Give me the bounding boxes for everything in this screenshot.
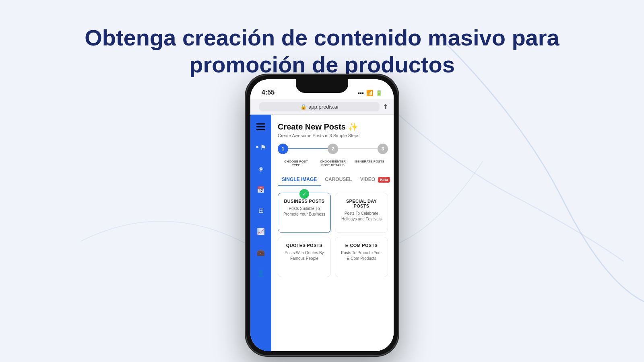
sidebar-icon-chart[interactable]: 📈	[255, 226, 266, 237]
stepper: 1 2 3	[278, 144, 388, 154]
step-line-2	[338, 148, 378, 149]
sidebar-icon-menu[interactable]	[255, 121, 266, 132]
page-title: Create New Posts ✨	[278, 122, 388, 132]
app-body: ⚑ ◈ 📅 ⊞ 📈 💼	[250, 115, 394, 351]
step-3-circle: 3	[378, 144, 388, 154]
sidebar-icon-bag[interactable]: 💼	[255, 247, 266, 258]
step-2-circle: 2	[328, 144, 338, 154]
svg-rect-2	[256, 129, 265, 130]
svg-rect-0	[256, 123, 265, 125]
phone-frame: 4:55 ▪▪▪ 📶 🔋 🔒 app.predis.ai ⬆	[246, 74, 398, 356]
card-quotes-desc: Posts With Quotes By Famous People	[282, 250, 326, 261]
main-headline: Obtenga creación de contenido masivo par…	[0, 24, 644, 78]
phone-mockup: 4:55 ▪▪▪ 📶 🔋 🔒 app.predis.ai ⬆	[246, 74, 398, 356]
step-line-1	[288, 148, 328, 149]
status-time: 4:55	[262, 89, 275, 96]
card-quotes-title: QUOTES POSTS	[282, 243, 326, 248]
step-1-label: CHOOSE POSTTYPE	[278, 160, 314, 167]
sidebar: ⚑ ◈ 📅 ⊞ 📈 💼	[250, 115, 271, 351]
card-ecom-desc: Posts To Promote Your E-Com Products	[339, 250, 384, 261]
stepper-labels: CHOOSE POSTTYPE CHOOSE/ENTERPOST DETAILS…	[278, 160, 388, 167]
step-3-label: GENERATE POSTS	[351, 160, 388, 167]
card-business-title: BUSINESS POSTS	[282, 199, 326, 204]
card-quotes-posts[interactable]: QUOTES POSTS Posts With Quotes By Famous…	[278, 237, 331, 277]
share-icon[interactable]: ⬆	[383, 103, 388, 111]
sidebar-icon-grid[interactable]: ⊞	[255, 205, 266, 216]
sidebar-icon-flag[interactable]: ⚑	[255, 142, 266, 153]
sidebar-icon-user[interactable]: 👤	[255, 267, 266, 279]
wifi-icon: 📶	[366, 90, 373, 96]
card-check-icon: ✓	[299, 189, 309, 199]
phone-notch	[296, 79, 348, 93]
tab-single-image[interactable]: SINGLE IMAGE	[278, 173, 321, 186]
post-type-cards: ✓ BUSINESS POSTS Posts Suitable To Promo…	[278, 193, 388, 277]
card-special-day-posts[interactable]: SPECIAL DAY POSTS Posts To Celebrate Hol…	[335, 193, 388, 233]
phone-screen: 4:55 ▪▪▪ 📶 🔋 🔒 app.predis.ai ⬆	[250, 79, 394, 351]
sidebar-icon-calendar[interactable]: 📅	[255, 184, 266, 195]
step-2-label: CHOOSE/ENTERPOST DETAILS	[314, 160, 351, 167]
page-subtitle: Create Awesome Posts in 3 Simple Steps!	[278, 133, 388, 138]
tab-video[interactable]: VIDEO Beta	[356, 173, 394, 186]
main-content: Create New Posts ✨ Create Awesome Posts …	[271, 115, 394, 351]
beta-badge: Beta	[378, 177, 390, 183]
step-1-circle: 1	[278, 144, 288, 154]
card-special-day-title: SPECIAL DAY POSTS	[339, 199, 384, 208]
signal-icon: ▪▪▪	[358, 90, 364, 96]
card-ecom-title: E-COM POSTS	[339, 243, 384, 248]
status-icons: ▪▪▪ 📶 🔋	[358, 90, 382, 96]
browser-bar: 🔒 app.predis.ai ⬆	[250, 99, 394, 115]
tab-carousel[interactable]: CAROUSEL	[321, 173, 356, 186]
lock-icon: 🔒	[300, 104, 307, 110]
sidebar-icon-layers[interactable]: ◈	[255, 163, 266, 174]
browser-url[interactable]: 🔒 app.predis.ai	[259, 102, 380, 111]
card-business-desc: Posts Suitable To Promote Your Business	[282, 206, 326, 217]
tabs-bar: SINGLE IMAGE CAROUSEL VIDEO Beta ›	[278, 173, 388, 186]
card-special-day-desc: Posts To Celebrate Holidays and Festival…	[339, 211, 384, 222]
svg-rect-1	[256, 126, 265, 128]
card-business-posts[interactable]: ✓ BUSINESS POSTS Posts Suitable To Promo…	[278, 193, 331, 233]
card-ecom-posts[interactable]: E-COM POSTS Posts To Promote Your E-Com …	[335, 237, 388, 277]
battery-icon: 🔋	[376, 90, 382, 96]
